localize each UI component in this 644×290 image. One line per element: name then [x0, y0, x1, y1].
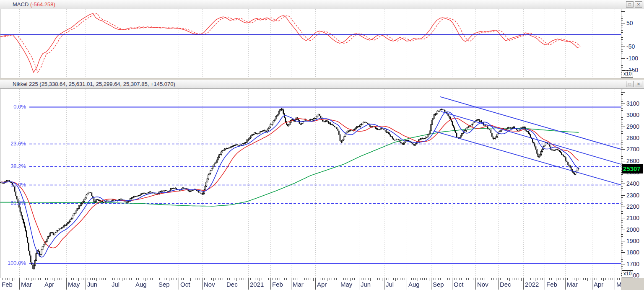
axis-tick [621, 138, 625, 138]
axis-tick [621, 101, 623, 102]
axis-tick [621, 56, 623, 56]
month-separator-tick [19, 278, 20, 290]
time-axis-tick [306, 278, 307, 280]
month-separator-tick [545, 278, 545, 290]
axis-tick [621, 152, 623, 152]
time-axis-tick [579, 278, 579, 280]
time-axis-tick [610, 278, 610, 280]
macd-panel-titlebar[interactable]: MACD (-564.258) □ ✕ [0, 0, 644, 9]
close-icon[interactable]: ✕ [635, 1, 642, 8]
maximize-icon[interactable]: □ [626, 1, 634, 8]
macd-panel-title: MACD (-564.258) [13, 1, 55, 8]
time-axis-tick [136, 278, 137, 280]
month-label: Sep [433, 281, 444, 288]
time-axis-tick [188, 278, 188, 280]
time-axis-tick [204, 278, 205, 280]
axis-tick [621, 133, 623, 134]
axis-tick [621, 193, 623, 193]
time-axis-tick [558, 278, 559, 280]
time-axis-tick [373, 278, 373, 280]
time-axis-tick [436, 278, 436, 280]
axis-tick [621, 216, 623, 216]
time-axis-tick [34, 278, 34, 280]
axis-tick [621, 65, 623, 66]
nikkei-chart-canvas[interactable] [0, 89, 621, 278]
time-axis-tick [309, 278, 309, 280]
time-axis-tick [45, 278, 46, 280]
time-axis-tick [482, 278, 483, 280]
month-label: Oct [180, 281, 190, 288]
month-label: Feb [2, 281, 13, 288]
time-axis-tick [512, 278, 512, 280]
axis-tick [621, 142, 623, 143]
time-axis-tick [500, 278, 501, 280]
time-axis-tick [275, 278, 275, 280]
time-axis-tick [489, 278, 489, 280]
month-separator-tick [384, 278, 384, 290]
time-axis-tick [424, 278, 425, 280]
time-axis-tick [420, 278, 421, 280]
time-axis-tick [266, 278, 266, 280]
axis-tick [621, 108, 623, 109]
time-axis-tick [220, 278, 221, 280]
time-axis-tick [264, 278, 264, 280]
time-axis-tick [257, 278, 257, 280]
time-axis-tick [105, 278, 106, 280]
macd-chart-area[interactable] [0, 9, 621, 78]
month-separator-tick [523, 278, 524, 290]
month-separator-tick [86, 278, 86, 290]
time-axis-tick [223, 278, 223, 280]
time-axis-tick [530, 278, 531, 280]
time-axis-tick [101, 278, 101, 280]
axis-tick [621, 205, 623, 205]
time-axis-tick [594, 278, 595, 280]
close-icon[interactable]: ✕ [635, 81, 642, 87]
month-separator-tick [498, 278, 499, 290]
nikkei-price-axis[interactable]: 3100300029002800270026002500240023002200… [621, 89, 644, 278]
time-axis-tick [364, 278, 364, 280]
time-axis-tick [605, 278, 606, 280]
time-axis-tick [119, 278, 120, 280]
time-axis-tick [280, 278, 280, 280]
time-axis-tick [155, 278, 155, 280]
time-axis-tick [336, 278, 337, 280]
macd-chart-canvas[interactable] [0, 9, 621, 78]
time-axis-tick [599, 278, 599, 280]
axis-tick [621, 26, 623, 26]
time-axis-tick [397, 278, 398, 280]
time-axis-tick [129, 278, 130, 280]
axis-tick [621, 227, 623, 228]
macd-value-axis[interactable]: 50-50-100-150 [621, 9, 644, 78]
fibonacci-level-label: 61.8% [0, 200, 26, 207]
month-separator-tick [315, 278, 316, 290]
nikkei-panel-titlebar[interactable]: Nikkei 225 (25,338.64, 25,631.01, 25,299… [0, 80, 644, 89]
time-axis-tick [590, 278, 590, 280]
time-axis-tick [5, 278, 5, 280]
axis-tick [621, 97, 623, 97]
fibonacci-level-label: 50.0% [0, 181, 26, 188]
time-axis-tick [464, 278, 464, 281]
time-axis-tick [352, 278, 353, 280]
axis-tick [621, 220, 623, 221]
time-axis-tick [547, 278, 547, 280]
time-axis-scale[interactable]: FebMarAprMayJunJulAugSepOctNovDec2021Feb… [0, 278, 621, 290]
time-axis[interactable]: FebMarAprMayJunJulAugSepOctNovDec2021Feb… [0, 278, 644, 290]
time-axis-tick [549, 278, 550, 280]
maximize-icon[interactable]: □ [626, 81, 634, 87]
time-axis-tick [7, 278, 8, 280]
last-price-marker: 25307 [622, 164, 643, 173]
y-axis-label: 2400 [626, 180, 644, 187]
nikkei-chart-area[interactable]: 0.0%23.6%38.2%50.0%61.8%100.0% [0, 89, 621, 278]
axis-tick [621, 250, 623, 251]
time-axis-tick [38, 278, 39, 280]
month-label: Aug [408, 281, 420, 288]
fibonacci-level-label: 0.0% [0, 104, 26, 110]
time-axis-tick [36, 278, 36, 280]
time-axis-tick [40, 278, 41, 280]
y-axis-label: 2000 [626, 226, 644, 233]
time-axis-tick [354, 278, 355, 280]
time-axis-tick [551, 278, 552, 280]
time-axis-tick [131, 278, 132, 280]
time-axis-tick [289, 278, 289, 280]
axis-tick [621, 99, 623, 99]
